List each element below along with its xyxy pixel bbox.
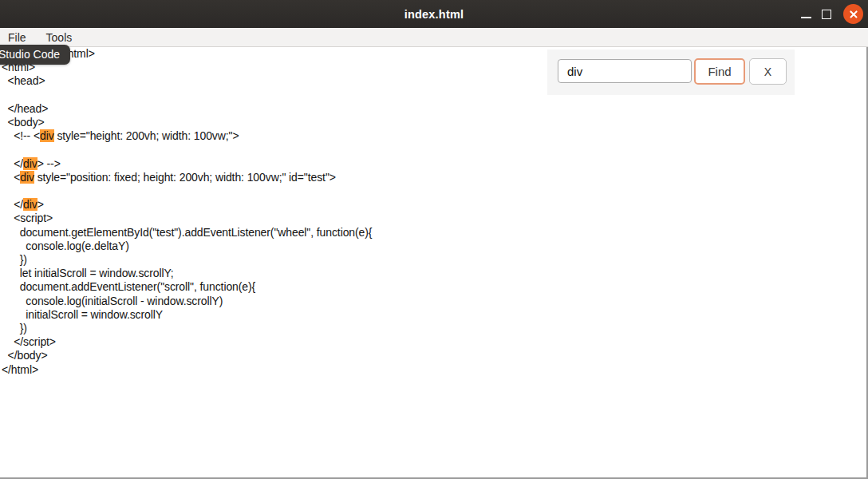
titlebar: index.html: [0, 0, 868, 29]
app-window: index.html File Tools <!DOCTYPE html> <h…: [0, 0, 868, 479]
menu-item-file[interactable]: File: [6, 30, 28, 45]
find-input[interactable]: [558, 59, 692, 83]
close-button[interactable]: [843, 4, 863, 24]
menubar: File Tools: [0, 28, 868, 47]
code-block: <!DOCTYPE html> <html> <head> </head> <b…: [2, 47, 372, 377]
menu-item-tools[interactable]: Tools: [45, 30, 74, 45]
window-controls: [795, 0, 863, 28]
tooltip-text: Studio Code: [0, 48, 60, 61]
tooltip: Studio Code: [0, 45, 70, 65]
find-close-button[interactable]: X: [749, 58, 787, 85]
find-button[interactable]: Find: [694, 58, 745, 85]
minimize-icon: [801, 17, 811, 18]
window-title: index.html: [404, 8, 464, 21]
maximize-icon: [822, 10, 831, 19]
maximize-button[interactable]: [816, 4, 837, 25]
minimize-button[interactable]: [795, 4, 816, 25]
find-bar: Find X: [547, 49, 795, 95]
